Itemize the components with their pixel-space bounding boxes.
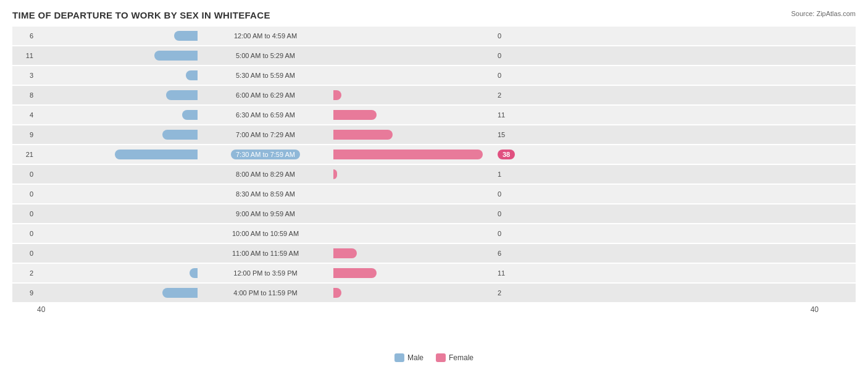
female-bar-container (333, 90, 494, 100)
legend-male-box (394, 353, 404, 362)
time-label-cell: 11:00 AM to 11:59 AM (198, 250, 333, 257)
female-value: 15 (498, 131, 505, 138)
axis-row: 40 40 (12, 303, 856, 314)
time-label-cell: 8:00 AM to 8:29 AM (198, 171, 333, 178)
female-value: 0 (498, 72, 501, 79)
legend-male-label: Male (407, 353, 424, 362)
female-value: 2 (498, 289, 501, 297)
male-bar-container (37, 169, 198, 179)
male-value: 0 (12, 230, 37, 237)
female-bar-container (333, 150, 494, 159)
time-label-cell: 6:00 AM to 6:29 AM (198, 91, 333, 99)
female-bar (333, 268, 377, 278)
male-value: 9 (12, 131, 37, 138)
chart-row: 11 5:00 AM to 5:29 AM 0 (12, 46, 856, 65)
female-bar (333, 248, 357, 258)
female-bar (333, 130, 393, 140)
female-bar-container (333, 288, 494, 298)
male-bar-container (37, 70, 198, 80)
time-label-cell: 7:00 AM to 7:29 AM (198, 131, 333, 138)
axis-left: 40 (37, 305, 45, 314)
male-bar-container (37, 51, 198, 61)
male-bar (182, 110, 198, 120)
female-bar-container (333, 51, 494, 61)
male-bar-container (37, 268, 198, 278)
legend-female-label: Female (449, 353, 474, 362)
chart-row: 0 10:00 AM to 10:59 AM 0 (12, 224, 856, 243)
female-bar-container (333, 130, 494, 140)
time-label: 5:00 AM to 5:29 AM (236, 52, 295, 59)
female-value-cell: 0 (494, 210, 525, 217)
male-bar (186, 70, 198, 80)
chart-row: 0 8:30 AM to 8:59 AM 0 (12, 185, 856, 203)
female-value: 0 (498, 190, 501, 198)
time-label: 12:00 PM to 3:59 PM (233, 269, 297, 277)
chart-area: 6 12:00 AM to 4:59 AM 0 11 5:00 AM to 5:… (12, 27, 856, 319)
male-value: 2 (12, 269, 37, 277)
source-label: Source: ZipAtlas.com (791, 10, 856, 17)
female-value-cell: 0 (494, 190, 525, 198)
time-label-cell: 10:00 AM to 10:59 AM (198, 230, 333, 237)
chart-container: TIME OF DEPARTURE TO WORK BY SEX IN WHIT… (0, 0, 868, 367)
female-value: 0 (498, 210, 501, 217)
time-label: 6:00 AM to 6:29 AM (236, 91, 295, 99)
chart-row: 2 12:00 PM to 3:59 PM 11 (12, 264, 856, 282)
female-bar-container (333, 169, 494, 179)
female-value-cell: 0 (494, 230, 525, 237)
female-value-cell: 15 (494, 131, 525, 138)
time-label: 11:00 AM to 11:59 AM (232, 250, 299, 257)
male-value: 11 (12, 52, 37, 59)
female-value-cell: 38 (494, 151, 525, 158)
female-bar-container (333, 268, 494, 278)
female-bar (333, 110, 377, 120)
female-value: 0 (498, 230, 501, 237)
male-bar (162, 288, 198, 298)
legend: Male Female (394, 353, 474, 362)
chart-row: 0 8:00 AM to 8:29 AM 1 (12, 165, 856, 184)
female-bar-container (333, 229, 494, 238)
male-value: 0 (12, 171, 37, 178)
male-bar (115, 150, 198, 159)
time-label: 8:00 AM to 8:29 AM (236, 171, 295, 178)
male-bar-container (37, 288, 198, 298)
male-bar-container (37, 189, 198, 199)
female-bar-container (333, 248, 494, 258)
time-label-highlight: 7:30 AM to 7:59 AM (231, 150, 300, 159)
female-value: 2 (498, 91, 501, 99)
time-label-cell: 5:00 AM to 5:29 AM (198, 52, 333, 59)
female-value: 11 (498, 269, 505, 277)
female-value: 1 (498, 171, 501, 178)
female-bar-container (333, 31, 494, 41)
time-label-cell: 8:30 AM to 8:59 AM (198, 190, 333, 198)
female-value: 0 (498, 32, 501, 40)
female-value-cell: 2 (494, 289, 525, 297)
time-label: 7:00 AM to 7:29 AM (236, 131, 295, 138)
male-bar-container (37, 209, 198, 219)
female-bar (333, 288, 341, 298)
legend-female: Female (436, 353, 474, 362)
chart-row: 6 12:00 AM to 4:59 AM 0 (12, 27, 856, 45)
male-value: 8 (12, 91, 37, 99)
chart-row: 0 9:00 AM to 9:59 AM 0 (12, 205, 856, 223)
legend-male: Male (394, 353, 424, 362)
male-bar (190, 268, 198, 278)
time-label: 6:30 AM to 6:59 AM (236, 111, 295, 119)
legend-female-box (436, 353, 446, 362)
male-value: 0 (12, 250, 37, 257)
female-value-highlight: 38 (498, 150, 515, 159)
male-bar-container (37, 130, 198, 140)
male-bar-container (37, 31, 198, 41)
male-value: 0 (12, 190, 37, 198)
male-bar-container (37, 248, 198, 258)
female-bar (333, 169, 337, 179)
female-bar-container (333, 189, 494, 199)
time-label: 5:30 AM to 5:59 AM (236, 72, 295, 79)
male-bar-container (37, 90, 198, 100)
male-value: 6 (12, 32, 37, 40)
time-label: 12:00 AM to 4:59 AM (234, 32, 297, 40)
time-label-cell: 9:00 AM to 9:59 AM (198, 210, 333, 217)
time-label: 4:00 PM to 11:59 PM (233, 289, 297, 297)
time-label-cell: 6:30 AM to 6:59 AM (198, 111, 333, 119)
male-value: 4 (12, 111, 37, 119)
male-value: 0 (12, 210, 37, 217)
